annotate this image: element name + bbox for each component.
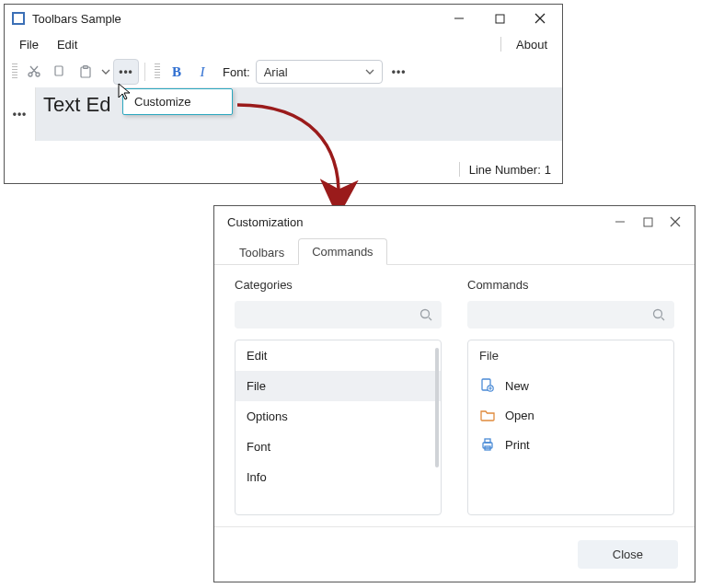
commands-column: Commands File New Open	[467, 278, 674, 515]
overflow-popup: Customize	[122, 88, 233, 115]
dialog-tabs: Toolbars Commands	[214, 237, 695, 265]
status-bar: Line Number: 1	[5, 156, 562, 183]
svg-line-14	[661, 317, 664, 320]
line-number-value: 1	[545, 163, 551, 177]
print-icon	[479, 436, 496, 453]
italic-button[interactable]: I	[190, 59, 215, 85]
commands-search[interactable]	[467, 301, 674, 329]
menu-edit[interactable]: Edit	[48, 34, 86, 55]
search-icon	[652, 308, 665, 321]
command-row[interactable]: Open	[468, 400, 673, 430]
overflow-button[interactable]: •••	[113, 59, 139, 85]
close-button[interactable]: Close	[578, 540, 678, 569]
dialog-close-button[interactable]	[661, 210, 689, 234]
line-number-label: Line Number:	[469, 163, 541, 177]
app-icon	[12, 12, 25, 25]
minimize-icon	[615, 216, 626, 227]
dialog-titlebar: Customization	[214, 206, 695, 237]
font-combo-value: Arial	[264, 65, 288, 79]
minimize-icon	[454, 13, 465, 24]
chevron-down-icon	[101, 67, 110, 76]
status-separator	[459, 162, 460, 177]
svg-rect-20	[485, 439, 490, 443]
category-row[interactable]: Options	[236, 401, 441, 432]
minimize-button[interactable]	[439, 6, 479, 31]
bold-button[interactable]: B	[164, 59, 190, 85]
menu-about[interactable]: About	[507, 34, 557, 55]
chevron-down-icon	[365, 67, 374, 76]
scrollbar[interactable]	[435, 348, 439, 467]
window-title: Toolbars Sample	[32, 12, 439, 26]
maximize-icon	[495, 14, 505, 24]
titlebar: Toolbars Sample	[5, 5, 562, 32]
categories-label: Categories	[235, 278, 442, 292]
svg-rect-1	[496, 15, 504, 23]
categories-search[interactable]	[235, 301, 442, 329]
cut-button[interactable]	[21, 59, 47, 85]
ellipsis-icon: •••	[113, 65, 139, 78]
customization-dialog: Customization Toolbars Commands Categori…	[213, 205, 695, 582]
commands-group-header: File	[468, 340, 673, 371]
new-file-icon	[479, 377, 496, 394]
toolbar-grip-2[interactable]	[155, 63, 160, 80]
dialog-maximize-button[interactable]	[634, 210, 661, 234]
document-area[interactable]: Text Ed Customize	[36, 87, 562, 141]
dialog-body: Categories Edit File Options Font Info C…	[214, 265, 695, 526]
category-row[interactable]: Info	[236, 462, 441, 492]
svg-line-12	[429, 317, 431, 320]
maximize-icon	[643, 217, 653, 227]
category-row[interactable]: Font	[236, 432, 441, 462]
document-heading: Text Ed	[43, 93, 110, 117]
ellipsis-icon[interactable]: •••	[7, 108, 33, 121]
copy-button[interactable]	[47, 59, 73, 85]
dialog-footer: Close	[214, 526, 695, 582]
tab-toolbars[interactable]: Toolbars	[225, 239, 298, 265]
folder-open-icon	[479, 407, 496, 423]
italic-icon: I	[201, 64, 205, 80]
maximize-button[interactable]	[479, 6, 520, 31]
toolbar-separator	[144, 63, 145, 81]
paste-button[interactable]	[73, 59, 98, 85]
popup-customize[interactable]: Customize	[123, 89, 232, 114]
close-icon	[534, 13, 546, 24]
svg-point-13	[654, 310, 662, 318]
toolbar-grip[interactable]	[12, 63, 17, 80]
scissors-icon	[27, 64, 41, 79]
category-row[interactable]: File	[236, 371, 441, 401]
commands-label: Commands	[467, 278, 674, 292]
tab-commands[interactable]: Commands	[298, 238, 386, 265]
dialog-title: Customization	[227, 215, 606, 229]
svg-rect-8	[644, 218, 652, 226]
commands-list[interactable]: File New Open Print	[467, 340, 674, 515]
command-label: New	[505, 379, 529, 393]
bold-icon: B	[172, 64, 181, 80]
ellipsis-icon: •••	[386, 65, 412, 78]
toolbar: ••• B I Font: Arial •••	[5, 56, 562, 87]
categories-column: Categories Edit File Options Font Info	[235, 278, 442, 515]
category-row[interactable]: Edit	[236, 340, 441, 371]
svg-rect-4	[55, 66, 63, 75]
close-icon	[670, 216, 681, 227]
font-label: Font:	[223, 65, 250, 79]
command-row[interactable]: New	[468, 371, 673, 400]
dialog-minimize-button[interactable]	[606, 210, 634, 234]
menu-file[interactable]: File	[10, 34, 48, 55]
font-combo[interactable]: Arial	[256, 60, 383, 84]
menu-separator	[500, 37, 501, 52]
command-label: Print	[505, 438, 530, 452]
copy-icon	[52, 64, 67, 79]
paste-dropdown[interactable]	[98, 59, 113, 85]
svg-point-11	[421, 310, 430, 318]
overflow-button-2[interactable]: •••	[386, 59, 412, 85]
command-label: Open	[505, 409, 534, 422]
content-area: ••• Text Ed Customize	[5, 87, 562, 141]
side-strip: •••	[5, 87, 36, 141]
search-icon	[419, 308, 432, 321]
command-row[interactable]: Print	[468, 430, 673, 459]
menu-bar: File Edit About	[5, 32, 562, 56]
main-window: Toolbars Sample File Edit About	[4, 4, 563, 184]
close-button[interactable]	[520, 6, 560, 31]
categories-list[interactable]: Edit File Options Font Info	[235, 340, 442, 515]
clipboard-icon	[78, 64, 93, 79]
